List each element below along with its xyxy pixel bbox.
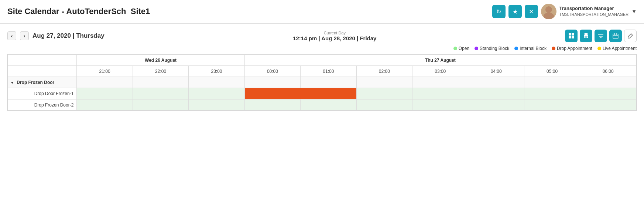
section-label: ▼ Drop Frozen Door bbox=[8, 77, 77, 88]
refresh-button[interactable]: ↻ bbox=[492, 5, 506, 18]
door-1-cell-0600[interactable] bbox=[580, 88, 636, 99]
svg-rect-3 bbox=[572, 33, 574, 36]
time-2200: 22:00 bbox=[133, 66, 188, 77]
live-appt-dot bbox=[597, 47, 601, 50]
door-row-1: Drop Door Frozen-1 bbox=[8, 88, 636, 99]
door-1-cell-2200[interactable] bbox=[133, 88, 188, 99]
time-0400: 04:00 bbox=[468, 66, 524, 77]
svg-rect-5 bbox=[572, 36, 574, 38]
door-2-cell-0600[interactable] bbox=[580, 99, 636, 111]
section-cell-1 bbox=[77, 77, 133, 88]
section-cell-3 bbox=[189, 77, 244, 88]
time-0600: 06:00 bbox=[580, 66, 636, 77]
edit-button[interactable] bbox=[624, 30, 637, 42]
grid-view-button[interactable] bbox=[565, 30, 578, 42]
open-label: Open bbox=[459, 46, 469, 51]
avatar bbox=[541, 4, 556, 19]
drop-appt-label: Drop Appointment bbox=[557, 46, 592, 51]
section-cell-2 bbox=[133, 77, 188, 88]
time-0200: 02:00 bbox=[356, 66, 412, 77]
door-2-cell-0000[interactable] bbox=[244, 99, 300, 111]
nav-center: Current Day 12:14 pm | Aug 28, 2020 | Fr… bbox=[293, 31, 376, 41]
time-header-row: 21:00 22:00 23:00 00:00 01:00 02:00 03:0… bbox=[8, 66, 636, 77]
svg-point-0 bbox=[545, 6, 552, 13]
time-0100: 01:00 bbox=[301, 66, 356, 77]
door-2-cell-0400[interactable] bbox=[468, 99, 524, 111]
section-cell-5 bbox=[301, 77, 356, 88]
user-dropdown-icon[interactable]: ▼ bbox=[631, 9, 637, 14]
user-info: Transportation Manager TMS.TRANSPORTATIO… bbox=[559, 5, 629, 18]
user-name: Transportation Manager bbox=[559, 5, 629, 12]
nav-date: Aug 27, 2020 | Thursday bbox=[32, 32, 105, 40]
next-button[interactable]: › bbox=[20, 31, 29, 40]
section-cell-4 bbox=[244, 77, 300, 88]
section-cell-9 bbox=[524, 77, 580, 88]
app-header: Site Calendar - AutoTenderSch_Site1 ↻ ★ … bbox=[0, 0, 644, 24]
door-2-cell-0200[interactable] bbox=[356, 99, 412, 111]
svg-point-1 bbox=[544, 13, 554, 19]
open-dot bbox=[453, 47, 457, 50]
legend-internal-block: Internal Block bbox=[514, 46, 547, 51]
section-name: Drop Frozen Door bbox=[17, 80, 54, 85]
door-2-cell-2100[interactable] bbox=[77, 99, 133, 111]
door-2-cell-2200[interactable] bbox=[133, 99, 188, 111]
door-row-2: Drop Frozen Door-2 bbox=[8, 99, 636, 111]
date-header-row: Wed 26 August Thu 27 August bbox=[8, 55, 636, 66]
legend-standing-block: Standing Block bbox=[475, 46, 509, 51]
calendar-button[interactable] bbox=[609, 30, 622, 42]
section-cell-7 bbox=[412, 77, 468, 88]
prev-button[interactable]: ‹ bbox=[7, 31, 16, 40]
time-0000: 00:00 bbox=[244, 66, 300, 77]
section-cell-6 bbox=[356, 77, 412, 88]
door-1-cell-0200[interactable] bbox=[356, 88, 412, 99]
door-2-cell-2300[interactable] bbox=[189, 99, 244, 111]
main-content: ‹ › Aug 27, 2020 | Thursday Current Day … bbox=[0, 24, 644, 117]
collapse-triangle[interactable]: ▼ bbox=[10, 81, 14, 85]
door-1-label: Drop Door Frozen-1 bbox=[8, 88, 77, 99]
svg-rect-2 bbox=[569, 33, 571, 36]
empty-header bbox=[8, 55, 77, 66]
section-cell-10 bbox=[580, 77, 636, 88]
current-day-label: Current Day bbox=[293, 31, 376, 35]
calendar-grid: Wed 26 August Thu 27 August 21:00 22:00 … bbox=[7, 54, 637, 111]
time-2300: 23:00 bbox=[189, 66, 244, 77]
header-actions: ↻ ★ ✕ Transportation Manager TMS.TRANSPO… bbox=[492, 4, 637, 19]
svg-rect-8 bbox=[585, 33, 588, 35]
live-appt-label: Live Appointment bbox=[603, 46, 637, 51]
door-2-cell-0300[interactable] bbox=[412, 99, 468, 111]
legend-live-appt: Live Appointment bbox=[597, 46, 637, 51]
door-1-cell-2100[interactable] bbox=[77, 88, 133, 99]
print-button[interactable] bbox=[580, 30, 592, 42]
door-2-cell-0100[interactable] bbox=[301, 99, 356, 111]
filter-button[interactable] bbox=[595, 30, 607, 42]
time-2100: 21:00 bbox=[77, 66, 133, 77]
wed-26-header: Wed 26 August bbox=[77, 55, 244, 66]
time-0300: 03:00 bbox=[412, 66, 468, 77]
door-1-cell-2300[interactable] bbox=[189, 88, 244, 99]
close-button[interactable]: ✕ bbox=[525, 5, 538, 18]
nav-right bbox=[565, 30, 637, 42]
door-1-cell-0500[interactable] bbox=[524, 88, 580, 99]
door-1-cell-0400[interactable] bbox=[468, 88, 524, 99]
internal-block-label: Internal Block bbox=[520, 46, 547, 51]
section-drop-frozen-door: ▼ Drop Frozen Door bbox=[8, 77, 636, 88]
door-1-cell-0300[interactable] bbox=[412, 88, 468, 99]
door-2-cell-0500[interactable] bbox=[524, 99, 580, 111]
svg-rect-4 bbox=[569, 36, 571, 38]
star-button[interactable]: ★ bbox=[508, 5, 522, 18]
current-datetime: 12:14 pm | Aug 28, 2020 | Friday bbox=[293, 35, 376, 41]
time-empty bbox=[8, 66, 77, 77]
page-title: Site Calendar - AutoTenderSch_Site1 bbox=[7, 7, 150, 16]
door-1-cell-0000[interactable] bbox=[244, 88, 356, 99]
nav-left: ‹ › Aug 27, 2020 | Thursday bbox=[7, 31, 105, 40]
door-2-label: Drop Frozen Door-2 bbox=[8, 99, 77, 111]
nav-bar: ‹ › Aug 27, 2020 | Thursday Current Day … bbox=[7, 30, 637, 42]
thu-27-header: Thu 27 August bbox=[244, 55, 636, 66]
user-role: TMS.TRANSPORTATION_MANAGER bbox=[559, 12, 629, 17]
svg-rect-12 bbox=[613, 34, 618, 38]
legend-drop-appt: Drop Appointment bbox=[552, 46, 592, 51]
standing-block-dot bbox=[475, 47, 478, 50]
section-cell-8 bbox=[468, 77, 524, 88]
legend-open: Open bbox=[453, 46, 469, 51]
internal-block-dot bbox=[514, 47, 518, 50]
